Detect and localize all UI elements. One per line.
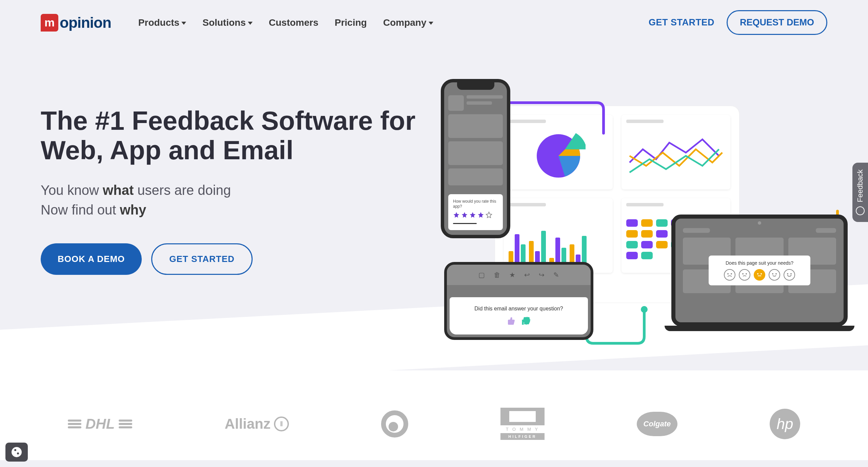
client-logo-hp: hp: [770, 409, 800, 439]
client-logo-vodafone: [381, 410, 408, 438]
logo-text: opinion: [60, 14, 111, 31]
feedback-tab-label: Feedback: [856, 169, 865, 202]
get-started-link[interactable]: GET STARTED: [649, 17, 714, 28]
client-logo-allianz: Allianz ⦀: [224, 416, 289, 432]
client-logo-colgate: Colgate: [637, 412, 677, 436]
svg-point-9: [761, 273, 762, 275]
phone-mockup: How would you rate this app?: [441, 79, 510, 238]
nav-label: Pricing: [335, 17, 367, 28]
svg-point-12: [775, 273, 777, 275]
star-icon: [477, 211, 484, 218]
nav-products[interactable]: Products: [138, 17, 186, 28]
nav-label: Company: [383, 17, 427, 28]
laptop-mockup: Does this page suit your needs?: [671, 215, 848, 331]
primary-nav: Products Solutions Customers Pricing Com…: [138, 17, 433, 28]
trash-icon: 🗑: [494, 271, 500, 279]
svg-point-6: [742, 273, 744, 275]
logo-mark: m: [41, 14, 58, 32]
svg-point-11: [772, 273, 773, 275]
laptop-survey: Does this page suit your needs?: [709, 256, 810, 285]
star-icon: [461, 211, 468, 218]
hero-subtitle: You know what users are doing Now find o…: [41, 180, 434, 220]
cookie-icon: [12, 447, 22, 457]
thumbs-up-icon: [521, 316, 531, 326]
star-outline-icon: [486, 211, 492, 218]
star-icon: ★: [509, 271, 515, 279]
face-neutral-icon: [754, 269, 765, 281]
nav-label: Products: [138, 17, 179, 28]
star-rating: [453, 211, 498, 218]
face-happy-icon: [784, 269, 795, 281]
chevron-down-icon: [248, 22, 253, 25]
reply-icon: ↩: [524, 271, 530, 279]
svg-point-14: [790, 273, 792, 275]
email-toolbar: ▢ 🗑 ★ ↩ ↪ ✎: [447, 265, 591, 285]
chevron-down-icon: [181, 22, 186, 25]
brand-logo[interactable]: m opinion: [41, 14, 111, 32]
chat-bubble-icon: [856, 206, 865, 215]
phone-survey-question: How would you rate this app?: [453, 199, 498, 209]
face-rating: [713, 269, 806, 281]
email-mockup: ▢ 🗑 ★ ↩ ↪ ✎ Did this email answer your q…: [444, 262, 593, 340]
nav-label: Customers: [269, 17, 318, 28]
client-logos-section: DHL Allianz ⦀ T O M M Y HILFIGER Colgate…: [0, 370, 868, 460]
site-header: m opinion Products Solutions Customers P…: [0, 0, 868, 45]
phone-survey: How would you rate this app?: [448, 194, 503, 230]
svg-point-7: [746, 273, 747, 275]
svg-point-5: [731, 273, 732, 275]
star-icon: [469, 211, 476, 218]
svg-point-4: [727, 273, 729, 275]
nav-company[interactable]: Company: [383, 17, 433, 28]
line-chart-icon: [626, 127, 726, 185]
face-frown-icon: [739, 269, 750, 281]
svg-point-8: [757, 273, 758, 275]
client-logo-tommy: T O M M Y HILFIGER: [500, 408, 545, 440]
forward-icon: ↪: [539, 271, 545, 279]
request-demo-button[interactable]: REQUEST DEMO: [727, 10, 827, 35]
bar-chart-card: [504, 198, 613, 273]
svg-point-13: [787, 273, 788, 275]
client-logo-dhl: DHL: [68, 416, 132, 432]
star-icon: [453, 211, 460, 218]
bar-chart-icon: [509, 210, 608, 268]
face-smile-icon: [769, 269, 780, 281]
nav-solutions[interactable]: Solutions: [202, 17, 253, 28]
cookie-settings-button[interactable]: [5, 443, 28, 462]
laptop-survey-question: Does this page suit your needs?: [713, 260, 806, 266]
connector-line-icon: [502, 99, 610, 140]
nav-pricing[interactable]: Pricing: [335, 17, 367, 28]
feedback-side-tab[interactable]: Feedback: [852, 163, 868, 222]
chat-icon: ▢: [478, 271, 485, 279]
hero-illustration: How would you rate this app? ▢ 🗑 ★ ↩ ↪: [434, 86, 827, 343]
thumbs-rating: [506, 316, 531, 326]
header-actions: GET STARTED REQUEST DEMO: [649, 10, 827, 35]
svg-point-1: [641, 306, 648, 313]
hero-title: The #1 Feedback Software for Web, App an…: [41, 106, 434, 165]
face-sad-icon: [724, 269, 735, 281]
hero-content: The #1 Feedback Software for Web, App an…: [41, 86, 434, 275]
line-chart-card: [622, 115, 730, 189]
nav-customers[interactable]: Customers: [269, 17, 318, 28]
hero-ctas: BOOK A DEMO GET STARTED: [41, 243, 434, 275]
edit-icon: ✎: [553, 271, 559, 279]
book-demo-button[interactable]: BOOK A DEMO: [41, 243, 142, 275]
email-survey-question: Did this email answer your question?: [474, 306, 563, 312]
nav-label: Solutions: [202, 17, 246, 28]
chevron-down-icon: [429, 22, 433, 25]
get-started-button[interactable]: GET STARTED: [151, 243, 253, 275]
thumbs-down-icon: [506, 316, 516, 326]
